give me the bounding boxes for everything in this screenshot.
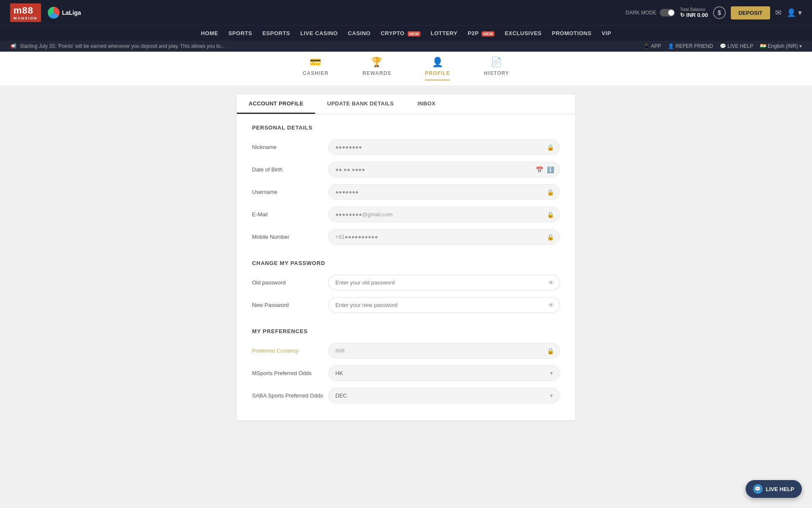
personal-details-title: PERSONAL DETAILS xyxy=(252,124,560,131)
old-password-input[interactable] xyxy=(328,275,560,290)
sub-tab-bank-details[interactable]: UPDATE BANK DETAILS xyxy=(315,94,406,114)
saba-odds-wrap: DEC HK EU MY ▼ xyxy=(328,388,560,403)
new-password-label: New Password xyxy=(252,302,328,308)
app-link[interactable]: 📱 APP xyxy=(643,43,661,49)
dob-row: Date of Birth 📅 ℹ️ xyxy=(252,162,560,177)
new-password-row: New Password 👁 xyxy=(252,297,560,313)
tab-profile[interactable]: 👤 PROFILE xyxy=(425,57,450,80)
p2p-badge: NEW xyxy=(482,31,495,36)
email-field-wrap: 🔒 xyxy=(328,207,560,222)
username-input[interactable] xyxy=(328,184,560,200)
tab-cashier-label: CASHIER xyxy=(303,70,329,76)
balance-box: Total Balance ↻ INR 0.00 xyxy=(680,7,708,18)
dob-label: Date of Birth xyxy=(252,166,328,173)
nickname-input[interactable] xyxy=(328,139,560,155)
profile-icon: 👤 xyxy=(432,57,444,68)
currency-input[interactable] xyxy=(328,343,560,359)
nav-home[interactable]: HOME xyxy=(201,30,218,36)
crypto-badge: NEW xyxy=(408,31,421,36)
page-content: 💳 CASHIER 🏆 REWARDS 👤 PROFILE 📄 HISTORY … xyxy=(0,52,812,454)
logo-m-text: m88 xyxy=(14,5,33,16)
announce-right: 📱 APP 👤 REFER FRIEND 💬 LIVE HELP 🇮🇳 Engl… xyxy=(643,43,802,49)
new-password-wrap: 👁 xyxy=(328,297,560,313)
refresh-balance-button[interactable]: $ xyxy=(713,6,726,19)
announce-text: Starting July 20, 'Points' will be earne… xyxy=(20,43,225,49)
top-nav-right: DARK MODE Total Balance ↻ INR 0.00 $ DEP… xyxy=(625,6,802,19)
mobile-label: Mobile Number xyxy=(252,234,328,240)
refer-friend-link[interactable]: 👤 REFER FRIEND xyxy=(668,43,713,49)
mobile-field-wrap: 🔒 xyxy=(328,229,560,245)
nav-promotions[interactable]: PROMOTIONS xyxy=(552,30,592,36)
mail-icon[interactable]: ✉ xyxy=(775,8,782,17)
new-password-input[interactable] xyxy=(328,297,560,313)
saba-odds-label: SABA Sports Preferred Odds xyxy=(252,392,328,399)
msports-odds-label: MSports Preferred Odds xyxy=(252,370,328,376)
dob-input[interactable] xyxy=(328,162,560,177)
top-navigation: m88 MANSION LaLiga DARK MODE Total Balan… xyxy=(0,0,812,25)
old-password-wrap: 👁 xyxy=(328,275,560,290)
nav-p2p[interactable]: P2P NEW xyxy=(468,30,494,36)
currency-lock-icon: 🔒 xyxy=(547,348,554,354)
nickname-label: Nickname xyxy=(252,144,328,150)
deposit-button[interactable]: DEPOSIT xyxy=(731,6,770,19)
mobile-input[interactable] xyxy=(328,229,560,245)
tab-rewards[interactable]: 🏆 REWARDS xyxy=(362,57,391,80)
msports-odds-wrap: HK EU MY ID ▼ xyxy=(328,365,560,381)
logo-area: m88 MANSION LaLiga xyxy=(10,3,81,22)
currency-row: Preferred Currency 🔒 xyxy=(252,343,560,359)
tab-cashier[interactable]: 💳 CASHIER xyxy=(303,57,329,80)
saba-odds-select[interactable]: DEC HK EU MY xyxy=(328,388,560,403)
language-selector[interactable]: 🇮🇳 English (INR) ▾ xyxy=(760,43,802,49)
balance-amount: ↻ INR 0.00 xyxy=(680,12,708,18)
laliga-badge[interactable]: LaLiga xyxy=(48,7,81,19)
announcement-bar: 📢 Starting July 20, 'Points' will be ear… xyxy=(0,41,812,52)
live-help-link[interactable]: 💬 LIVE HELP xyxy=(720,43,753,49)
nav-vip[interactable]: VIP xyxy=(602,30,611,36)
nav-casino[interactable]: CASINO xyxy=(348,30,371,36)
live-help-button[interactable]: 💬 LIVE HELP xyxy=(746,480,802,498)
nav-sports[interactable]: SPORTS xyxy=(228,30,252,36)
nickname-field-wrap: 🔒 xyxy=(328,139,560,155)
history-icon: 📄 xyxy=(491,57,502,68)
currency-label: Preferred Currency xyxy=(252,348,328,354)
mobile-row: Mobile Number 🔒 xyxy=(252,229,560,245)
logo-sub-text: MANSION xyxy=(14,16,38,20)
user-menu-icon[interactable]: 👤 ▾ xyxy=(787,8,802,17)
saba-odds-row: SABA Sports Preferred Odds DEC HK EU MY … xyxy=(252,388,560,403)
username-row: Username 🔒 xyxy=(252,184,560,200)
username-label: Username xyxy=(252,189,328,195)
nickname-row: Nickname 🔒 xyxy=(252,139,560,155)
main-content-panel: ACCOUNT PROFILE UPDATE BANK DETAILS INBO… xyxy=(237,94,575,420)
sub-tab-bar: ACCOUNT PROFILE UPDATE BANK DETAILS INBO… xyxy=(237,94,575,114)
nav-crypto[interactable]: CRYPTO NEW xyxy=(381,30,420,36)
sub-tab-account-profile[interactable]: ACCOUNT PROFILE xyxy=(237,94,315,114)
announce-left: 📢 Starting July 20, 'Points' will be ear… xyxy=(10,43,225,49)
email-input[interactable] xyxy=(328,207,560,222)
dob-field-wrap: 📅 ℹ️ xyxy=(328,162,560,177)
brand-logo: m88 MANSION xyxy=(10,3,41,22)
tab-profile-label: PROFILE xyxy=(425,70,450,76)
msports-odds-select[interactable]: HK EU MY ID xyxy=(328,365,560,381)
dark-mode-toggle[interactable]: DARK MODE xyxy=(625,9,675,17)
nav-esports[interactable]: ESPORTS xyxy=(262,30,290,36)
personal-details-section: PERSONAL DETAILS Nickname 🔒 Date of Birt… xyxy=(237,114,575,420)
chat-bubble-icon: 💬 xyxy=(753,484,763,494)
new-password-eye-icon[interactable]: 👁 xyxy=(548,302,554,309)
nav-lottery[interactable]: LOTTERY xyxy=(431,30,458,36)
mobile-lock-icon: 🔒 xyxy=(547,234,554,240)
nav-exclusives[interactable]: EXCLUSIVES xyxy=(505,30,541,36)
dob-info-icon[interactable]: ℹ️ xyxy=(547,166,554,173)
dark-mode-switch[interactable] xyxy=(660,9,675,17)
tab-bar: 💳 CASHIER 🏆 REWARDS 👤 PROFILE 📄 HISTORY xyxy=(0,52,812,86)
laliga-text: LaLiga xyxy=(62,9,81,16)
tab-rewards-label: REWARDS xyxy=(362,70,391,76)
nickname-lock-icon: 🔒 xyxy=(547,144,554,151)
sub-tab-inbox[interactable]: INBOX xyxy=(406,94,447,114)
tab-history[interactable]: 📄 HISTORY xyxy=(484,57,509,80)
nav-live-casino[interactable]: LIVE CASINO xyxy=(300,30,338,36)
dob-calendar-icon[interactable]: 📅 xyxy=(536,166,543,173)
old-password-eye-icon[interactable]: 👁 xyxy=(548,279,554,286)
dark-mode-label: DARK MODE xyxy=(625,10,656,16)
currency-wrap: 🔒 xyxy=(328,343,560,359)
main-navigation: HOME SPORTS ESPORTS LIVE CASINO CASINO C… xyxy=(0,25,812,41)
